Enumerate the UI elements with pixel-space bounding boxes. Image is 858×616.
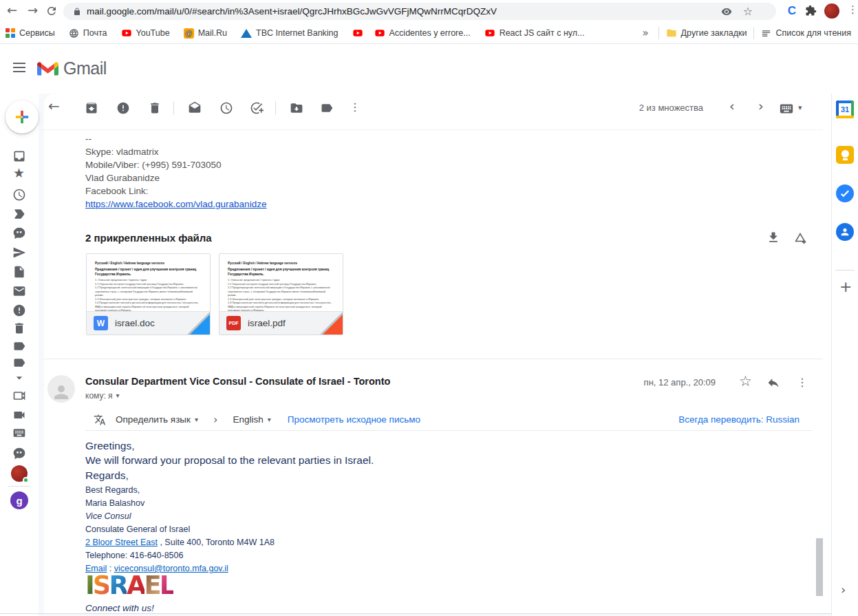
browser-menu-icon[interactable]: ⋮: [848, 5, 858, 15]
facebook-link[interactable]: https://www.facebook.com/vlad.gurabanidz…: [85, 199, 266, 209]
detect-language-dropdown[interactable]: Определить язык: [116, 414, 191, 425]
divider: [835, 270, 855, 270]
sender-name[interactable]: Consular Department Vice Consul - Consul…: [85, 376, 390, 387]
gmail-header: Gmail in:sent israel × ▾: [0, 44, 858, 94]
snooze-icon[interactable]: [219, 100, 234, 116]
reply-icon[interactable]: [766, 376, 780, 390]
sidebar-more-chevron-icon[interactable]: [12, 370, 27, 385]
thread-divider: [44, 359, 823, 359]
divider: [173, 101, 174, 115]
add-to-tasks-icon[interactable]: [249, 100, 264, 116]
body-phone: Telephone: 416-640-8506: [85, 551, 183, 560]
email-date: пн, 12 апр., 20:09: [619, 377, 716, 387]
sidebar-important-icon[interactable]: [12, 206, 27, 222]
reading-mode-icon[interactable]: [721, 6, 732, 17]
download-all-icon[interactable]: [766, 231, 780, 244]
bookmarks-overflow-icon[interactable]: »: [642, 28, 648, 39]
meet-new-meeting-icon[interactable]: [12, 388, 27, 403]
input-tools-caret-icon[interactable]: ▾: [798, 104, 802, 111]
sig-line: Skype: vladmatrix: [85, 145, 266, 158]
recipient-row[interactable]: кому: я ▾: [85, 391, 120, 401]
sig-line: Mobile/Viber: (+995) 591-703050: [85, 158, 266, 171]
star-email-icon[interactable]: ☆: [739, 374, 752, 389]
target-caret-icon[interactable]: ▾: [268, 416, 271, 423]
collapse-panel-chevron-icon[interactable]: ›: [841, 584, 846, 596]
input-tools-keyboard-icon[interactable]: [779, 101, 794, 116]
sidebar-snoozed-icon[interactable]: [12, 187, 27, 202]
hamburger-menu-icon[interactable]: [11, 59, 28, 76]
sidebar-allmail-icon[interactable]: [12, 284, 27, 299]
browser-back-icon[interactable]: ←: [7, 4, 17, 17]
newer-conversation-icon[interactable]: ‹: [729, 100, 735, 113]
browser-refresh-icon[interactable]: [45, 5, 58, 17]
archive-icon[interactable]: [84, 100, 99, 116]
always-translate-link[interactable]: Всегда переводить: Russian: [678, 414, 800, 425]
lock-icon: [73, 8, 81, 16]
sidebar-label-icon[interactable]: [12, 355, 27, 370]
more-actions-icon[interactable]: ⋮: [350, 102, 361, 113]
sender-avatar[interactable]: [47, 375, 75, 403]
address-link[interactable]: 2 Bloor Street East: [85, 538, 158, 547]
hangouts-contact-avatar[interactable]: [11, 465, 28, 482]
bottom-divider: [0, 613, 831, 614]
hangouts-icon[interactable]: [12, 446, 27, 461]
bookmark-accidentes[interactable]: Accidentes y errore...: [374, 28, 471, 39]
sidebar-starred-icon[interactable]: ★: [13, 167, 25, 180]
contacts-icon[interactable]: [836, 223, 854, 241]
address-bar[interactable]: mail.google.com/mail/u/0/#search/in%3Ase…: [63, 3, 776, 20]
body-line: Regards,: [85, 469, 129, 482]
meet-join-meeting-icon[interactable]: [12, 407, 27, 423]
sidebar-trash-icon[interactable]: [12, 321, 27, 336]
delete-icon[interactable]: [147, 100, 162, 116]
gmail-logo-icon[interactable]: [37, 61, 58, 77]
body-address-line: 2 Bloor Street East , Suite 400, Toronto…: [85, 538, 275, 547]
add-all-to-drive-icon[interactable]: [793, 231, 808, 246]
message-more-icon[interactable]: ⋮: [797, 377, 808, 388]
move-to-icon[interactable]: [289, 100, 304, 116]
attachment-card-pdf[interactable]: Русский / English / Hebrew language vers…: [219, 253, 343, 335]
bookmark-youtube-2[interactable]: [352, 28, 363, 39]
corner-fold: [186, 311, 210, 334]
bookmark-mailru[interactable]: @ Mail.Ru: [184, 28, 227, 39]
sidebar-label-icon[interactable]: [12, 339, 27, 354]
details-caret-icon[interactable]: ▾: [116, 392, 120, 399]
mailru-at-icon: @: [184, 28, 194, 39]
sidebar-chats-icon[interactable]: [12, 226, 27, 241]
older-conversation-icon[interactable]: ›: [758, 100, 764, 113]
bookmark-services[interactable]: Сервисы: [6, 28, 55, 38]
sidebar-spam-icon[interactable]: [12, 303, 27, 318]
sidebar-sent-icon[interactable]: [12, 245, 27, 260]
labels-icon[interactable]: [319, 100, 334, 116]
hangouts-contact-g-avatar[interactable]: g: [10, 491, 28, 509]
meet-keyboard-icon[interactable]: [12, 425, 27, 440]
view-original-link[interactable]: Просмотреть исходное письмо: [288, 414, 420, 425]
tasks-icon[interactable]: [836, 184, 854, 202]
pdf-icon: PDF: [226, 316, 241, 330]
target-language-dropdown[interactable]: English: [233, 414, 263, 425]
bookmark-react[interactable]: React JS сайт с нул...: [484, 28, 585, 39]
sidebar-drafts-icon[interactable]: [12, 264, 27, 279]
mark-unread-icon[interactable]: [187, 100, 202, 116]
bookmark-mail[interactable]: Почта: [69, 28, 107, 39]
extension-c-icon[interactable]: C: [784, 3, 800, 19]
url-text[interactable]: mail.google.com/mail/u/0/#search/in%3Ase…: [87, 6, 497, 17]
sidebar-inbox-icon[interactable]: [12, 149, 27, 164]
attachment-card-doc[interactable]: Русский / English / Hebrew language vers…: [86, 253, 211, 335]
calendar-icon[interactable]: 31: [836, 100, 854, 118]
other-bookmarks-button[interactable]: Другие закладки: [666, 28, 747, 39]
reading-list-button[interactable]: Список для чтения: [761, 28, 851, 39]
compose-button[interactable]: [6, 100, 39, 134]
bookmark-tbc[interactable]: TBC Internet Banking: [241, 28, 339, 38]
detect-caret-icon[interactable]: ▾: [195, 416, 198, 423]
bookmark-star-icon[interactable]: ☆: [743, 6, 753, 17]
report-spam-icon[interactable]: [116, 100, 131, 116]
add-addon-icon[interactable]: +: [839, 279, 852, 295]
back-to-list-icon[interactable]: ←: [48, 99, 60, 113]
bookmark-youtube[interactable]: YouTube: [121, 28, 170, 39]
keep-icon[interactable]: [836, 146, 854, 164]
browser-profile-avatar[interactable]: [824, 3, 839, 19]
scrollbar-thumb[interactable]: [816, 538, 823, 596]
browser-forward-icon[interactable]: →: [28, 4, 38, 17]
extensions-puzzle-icon[interactable]: [805, 5, 817, 17]
attachments-header: 2 прикрепленных файла: [85, 232, 212, 244]
